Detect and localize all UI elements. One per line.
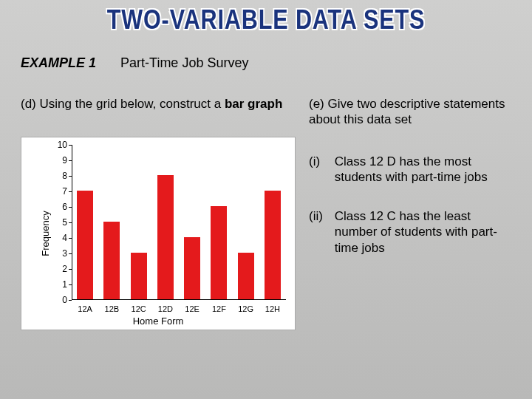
example-label: EXAMPLE 1 — [21, 55, 96, 70]
part-d-bold: bar graph — [225, 97, 282, 111]
chart-y-tick-label: 6 — [50, 202, 67, 212]
chart-y-tick-label: 8 — [50, 171, 67, 181]
example-header: EXAMPLE 1 Part-Time Job Survey — [21, 55, 248, 71]
statement-ii: (ii) Class 12 C has the least number of … — [309, 208, 516, 256]
chart-x-tick-label: 12B — [98, 304, 125, 313]
chart-y-tick-label: 5 — [50, 217, 67, 228]
chart-y-tick-label: 10 — [50, 140, 67, 150]
chart-bar — [157, 175, 174, 299]
statement-i: (i) Class 12 D has the most students wit… — [309, 154, 516, 185]
chart-y-tick — [69, 238, 72, 239]
chart-bar — [211, 206, 227, 299]
chart-y-tick-label: 0 — [50, 295, 67, 305]
chart-y-tick — [69, 300, 72, 301]
chart-x-tick-label: 12G — [233, 304, 259, 313]
chart-y-tick — [69, 253, 72, 254]
chart-bar — [184, 237, 200, 299]
chart-x-tick-label: 12D — [152, 304, 179, 313]
chart-y-tick-label: 2 — [50, 264, 67, 274]
page-title: TWO-VARIABLE DATA SETS — [40, 4, 492, 35]
chart-y-tick — [69, 176, 72, 177]
chart-y-tick — [69, 284, 72, 285]
chart-bar — [77, 191, 93, 299]
part-e-text: (e) Give two descriptive statements abou… — [309, 96, 516, 128]
statement-ii-marker: (ii) — [309, 208, 331, 224]
chart-x-axis — [72, 299, 286, 300]
chart-bar — [103, 222, 120, 299]
statement-ii-body: Class 12 C has the least number of stude… — [335, 208, 515, 256]
part-d-text: (d) Using the grid below, construct a ba… — [21, 96, 287, 112]
statement-i-marker: (i) — [309, 154, 331, 169]
chart-y-tick — [69, 160, 72, 161]
chart-bar — [131, 253, 147, 299]
chart-y-tick-label: 3 — [50, 248, 67, 259]
chart-x-tick-label: 12E — [179, 304, 205, 313]
chart-y-tick — [69, 207, 72, 208]
example-subtitle: Part-Time Job Survey — [120, 55, 248, 70]
bar-chart: Frequency 01234567891012A12B12C12D12E12F… — [21, 137, 296, 330]
chart-y-tick-label: 9 — [50, 155, 67, 166]
chart-y-tick — [69, 145, 72, 146]
slide: TWO-VARIABLE DATA SETS EXAMPLE 1 Part-Ti… — [0, 0, 532, 399]
statement-i-body: Class 12 D has the most students with pa… — [335, 154, 515, 185]
chart-xlabel: Home Form — [21, 316, 295, 327]
chart-plot-area: 01234567891012A12B12C12D12E12F12G12H — [72, 145, 286, 300]
part-d-prefix: (d) Using the grid below, construct a — [21, 97, 225, 111]
chart-y-tick — [69, 269, 72, 270]
chart-y-tick-label: 1 — [50, 279, 67, 290]
chart-x-tick-label: 12C — [126, 304, 152, 313]
chart-y-tick-label: 7 — [50, 186, 67, 197]
chart-y-tick — [69, 222, 72, 223]
chart-y-tick-label: 4 — [50, 233, 67, 243]
chart-bar — [238, 253, 254, 299]
chart-y-axis — [72, 145, 72, 300]
chart-x-tick-label: 12H — [259, 304, 286, 313]
chart-x-tick-label: 12A — [72, 304, 98, 313]
chart-bar — [265, 191, 281, 299]
chart-x-tick-label: 12F — [205, 304, 232, 313]
chart-y-tick — [69, 191, 72, 192]
